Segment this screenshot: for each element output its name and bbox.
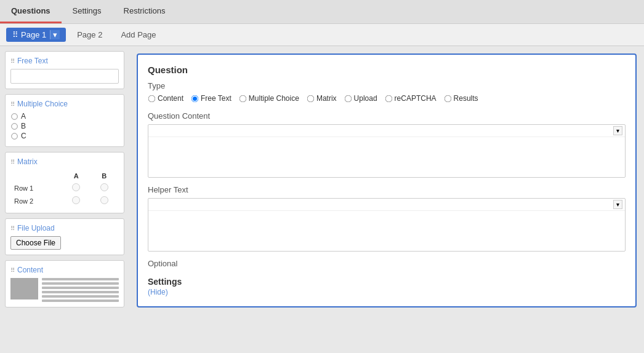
free-text-title: ⠿ Free Text bbox=[10, 57, 119, 65]
type-option-content[interactable]: Content bbox=[148, 94, 183, 103]
mc-radio-c bbox=[11, 133, 17, 139]
tab-settings[interactable]: Settings bbox=[62, 0, 113, 23]
matrix-r2c2 bbox=[100, 196, 108, 204]
type-option-recaptcha[interactable]: reCAPTCHA bbox=[385, 94, 437, 103]
type-row: Content Free Text Multiple Choice Matrix… bbox=[148, 94, 626, 103]
page2-tab[interactable]: Page 2 bbox=[70, 28, 110, 42]
type-option-results[interactable]: Results bbox=[444, 94, 478, 103]
content-preview bbox=[10, 278, 119, 302]
question-title: Question bbox=[148, 65, 626, 75]
content-line-5 bbox=[42, 295, 119, 298]
type-radio-upload[interactable] bbox=[344, 95, 352, 102]
drag-icon-content: ⠿ bbox=[10, 267, 15, 274]
content-lines bbox=[42, 278, 119, 302]
add-page-button[interactable]: Add Page bbox=[113, 28, 163, 42]
sidebar-item-free-text[interactable]: ⠿ Free Text bbox=[5, 51, 124, 89]
matrix-title: ⠿ Matrix bbox=[10, 157, 119, 166]
matrix-r1c2 bbox=[100, 183, 108, 191]
type-radio-content[interactable] bbox=[148, 95, 156, 102]
content-line-6 bbox=[42, 299, 119, 302]
optional-row: Optional bbox=[148, 259, 626, 268]
type-option-multiple-choice[interactable]: Multiple Choice bbox=[239, 94, 299, 103]
page-bar: ⠿ Page 1 ▾ Page 2 Add Page bbox=[0, 24, 644, 46]
tab-restrictions[interactable]: Restrictions bbox=[113, 0, 177, 23]
helper-text-dropdown-btn[interactable]: ▾ bbox=[613, 200, 622, 209]
mc-radio-a bbox=[11, 113, 17, 119]
sidebar-item-matrix[interactable]: ⠿ Matrix A B Row 1 Row 2 bbox=[5, 152, 124, 213]
type-option-upload[interactable]: Upload bbox=[344, 94, 377, 103]
content-image-placeholder bbox=[10, 278, 38, 299]
settings-title: Settings bbox=[148, 277, 626, 287]
type-radio-multiple-choice[interactable] bbox=[239, 95, 246, 102]
page1-button[interactable]: ⠿ Page 1 ▾ bbox=[6, 28, 66, 42]
helper-text-toolbar: ▾ bbox=[148, 199, 625, 211]
choose-file-button[interactable]: Choose File bbox=[10, 236, 61, 250]
content-title: ⠿ Content bbox=[10, 266, 119, 274]
type-label: Type bbox=[148, 81, 626, 90]
question-content-editor: ▾ bbox=[148, 124, 626, 178]
type-option-matrix[interactable]: Matrix bbox=[307, 94, 337, 103]
page1-dropdown-icon[interactable]: ▾ bbox=[50, 30, 60, 39]
content-line-3 bbox=[42, 287, 119, 289]
multiple-choice-title: ⠿ Multiple Choice bbox=[10, 100, 119, 108]
content-line-2 bbox=[42, 282, 119, 285]
content-line-1 bbox=[42, 278, 119, 280]
file-upload-title: ⠿ File Upload bbox=[10, 224, 119, 232]
type-radio-recaptcha[interactable] bbox=[385, 95, 392, 102]
content-line-4 bbox=[42, 291, 119, 293]
right-panel: Question Type Content Free Text Multiple… bbox=[129, 46, 644, 350]
matrix-r1c1 bbox=[72, 183, 80, 191]
drag-icon: ⠿ bbox=[10, 58, 15, 65]
matrix-preview: A B Row 1 Row 2 bbox=[10, 170, 119, 208]
mc-radio-b bbox=[11, 123, 17, 129]
question-content-toolbar: ▾ bbox=[148, 125, 625, 137]
tab-questions[interactable]: Questions bbox=[0, 0, 62, 23]
mc-option-a: A bbox=[10, 112, 119, 121]
question-box: Question Type Content Free Text Multiple… bbox=[137, 54, 637, 307]
drag-icon-matrix: ⠿ bbox=[10, 159, 15, 165]
helper-text-label: Helper Text bbox=[148, 185, 626, 194]
question-content-dropdown-btn[interactable]: ▾ bbox=[613, 126, 622, 135]
main-layout: ⠿ Free Text ⠿ Multiple Choice A B C bbox=[0, 46, 644, 350]
sidebar-item-file-upload[interactable]: ⠿ File Upload Choose File bbox=[5, 218, 124, 255]
free-text-preview bbox=[10, 69, 119, 84]
helper-text-body[interactable] bbox=[148, 211, 625, 251]
question-content-label: Question Content bbox=[148, 111, 626, 121]
question-content-body[interactable] bbox=[148, 137, 625, 177]
drag-icon-mc: ⠿ bbox=[10, 101, 15, 108]
type-radio-free-text[interactable] bbox=[191, 95, 199, 102]
matrix-r2c1 bbox=[72, 196, 80, 204]
type-radio-results[interactable] bbox=[444, 95, 451, 102]
sidebar-item-multiple-choice[interactable]: ⠿ Multiple Choice A B C bbox=[5, 94, 124, 147]
type-radio-matrix[interactable] bbox=[307, 95, 315, 102]
drag-icon-file: ⠿ bbox=[10, 225, 15, 232]
hide-settings-link[interactable]: (Hide) bbox=[148, 288, 626, 296]
mc-option-c: C bbox=[10, 132, 119, 140]
page1-label: Page 1 bbox=[21, 30, 46, 39]
dots-icon: ⠿ bbox=[12, 30, 18, 39]
free-text-input-preview bbox=[10, 69, 119, 84]
sidebar: ⠿ Free Text ⠿ Multiple Choice A B C bbox=[0, 46, 129, 350]
type-option-free-text[interactable]: Free Text bbox=[191, 94, 231, 103]
top-navigation: Questions Settings Restrictions bbox=[0, 0, 644, 24]
sidebar-item-content[interactable]: ⠿ Content bbox=[5, 260, 124, 307]
helper-text-editor: ▾ bbox=[148, 198, 626, 252]
mc-option-b: B bbox=[10, 122, 119, 130]
